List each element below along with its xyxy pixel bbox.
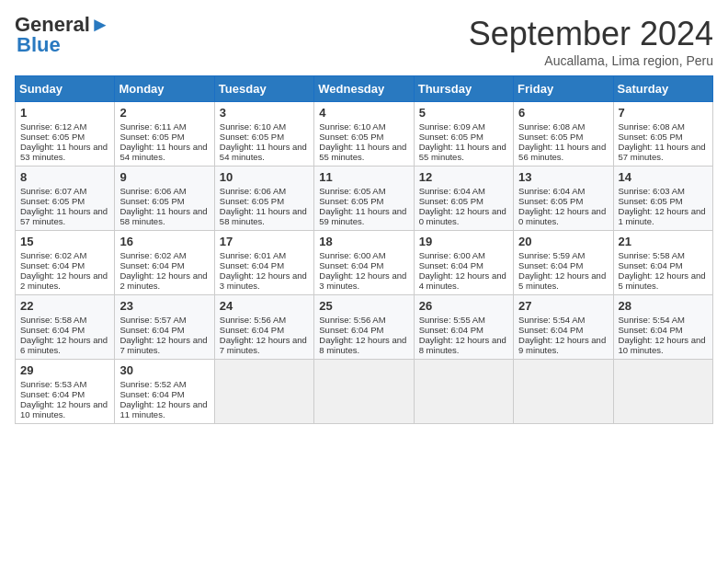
day-number: 21 <box>619 235 708 248</box>
day-number: 12 <box>419 170 508 184</box>
day-number: 7 <box>619 106 708 120</box>
sunrise-text: Sunrise: 6:09 AM <box>419 121 485 132</box>
logo-blue: Blue <box>17 35 110 55</box>
day-number: 11 <box>319 170 408 184</box>
daylight-text: Daylight: 11 hours and 56 minutes. <box>518 142 606 162</box>
day-number: 17 <box>220 235 309 248</box>
calendar-cell: 14 Sunrise: 6:03 AM Sunset: 6:05 PM Dayl… <box>613 167 712 231</box>
day-number: 18 <box>319 235 408 248</box>
calendar-cell: 23 Sunrise: 5:57 AM Sunset: 6:04 PM Dayl… <box>115 295 214 360</box>
day-number: 24 <box>220 299 309 313</box>
daylight-text: Daylight: 12 hours and 6 minutes. <box>20 335 108 355</box>
sunset-text: Sunset: 6:04 PM <box>419 260 483 270</box>
day-number: 1 <box>20 106 109 120</box>
sunset-text: Sunset: 6:04 PM <box>119 260 184 270</box>
sunset-text: Sunset: 6:05 PM <box>119 132 184 142</box>
sunset-text: Sunset: 6:05 PM <box>119 196 184 206</box>
calendar-cell <box>613 360 712 424</box>
daylight-text: Daylight: 12 hours and 5 minutes. <box>518 270 606 291</box>
calendar-header-row: SundayMondayTuesdayWednesdayThursdayFrid… <box>16 76 713 102</box>
calendar-cell <box>214 360 313 424</box>
day-number: 10 <box>220 170 309 184</box>
calendar-cell: 29 Sunrise: 5:53 AM Sunset: 6:04 PM Dayl… <box>16 360 115 424</box>
daylight-text: Daylight: 12 hours and 10 minutes. <box>20 399 108 419</box>
calendar-cell: 24 Sunrise: 5:56 AM Sunset: 6:04 PM Dayl… <box>214 295 313 360</box>
day-number: 3 <box>220 106 309 120</box>
calendar-cell: 13 Sunrise: 6:04 AM Sunset: 6:05 PM Dayl… <box>514 167 613 231</box>
calendar-week-2: 8 Sunrise: 6:07 AM Sunset: 6:05 PM Dayli… <box>16 167 713 231</box>
daylight-text: Daylight: 11 hours and 57 minutes. <box>20 206 108 226</box>
daylight-text: Daylight: 11 hours and 58 minutes. <box>119 206 207 226</box>
sunrise-text: Sunrise: 6:04 AM <box>518 186 585 196</box>
sunrise-text: Sunrise: 5:58 AM <box>20 315 86 325</box>
day-number: 14 <box>619 170 708 184</box>
calendar-cell: 11 Sunrise: 6:05 AM Sunset: 6:05 PM Dayl… <box>314 167 414 231</box>
page-header: General ► Blue September 2024 Aucallama,… <box>15 15 713 68</box>
calendar-cell: 10 Sunrise: 6:06 AM Sunset: 6:05 PM Dayl… <box>214 167 313 231</box>
day-number: 28 <box>619 299 708 313</box>
sunrise-text: Sunrise: 5:54 AM <box>518 315 585 325</box>
sunset-text: Sunset: 6:05 PM <box>220 132 284 142</box>
calendar-cell: 1 Sunrise: 6:12 AM Sunset: 6:05 PM Dayli… <box>16 102 115 167</box>
daylight-text: Daylight: 12 hours and 8 minutes. <box>419 335 506 355</box>
calendar-cell: 17 Sunrise: 6:01 AM Sunset: 6:04 PM Dayl… <box>214 231 313 295</box>
calendar-cell: 19 Sunrise: 6:00 AM Sunset: 6:04 PM Dayl… <box>414 231 513 295</box>
daylight-text: Daylight: 11 hours and 55 minutes. <box>319 142 406 162</box>
calendar-cell: 18 Sunrise: 6:00 AM Sunset: 6:04 PM Dayl… <box>314 231 414 295</box>
sunrise-text: Sunrise: 6:01 AM <box>220 250 286 260</box>
calendar-cell: 27 Sunrise: 5:54 AM Sunset: 6:04 PM Dayl… <box>514 295 613 360</box>
logo-general: General <box>15 15 90 35</box>
calendar-cell: 25 Sunrise: 5:56 AM Sunset: 6:04 PM Dayl… <box>314 295 414 360</box>
calendar-header-monday: Monday <box>115 76 214 102</box>
calendar-cell: 26 Sunrise: 5:55 AM Sunset: 6:04 PM Dayl… <box>414 295 513 360</box>
calendar-table: SundayMondayTuesdayWednesdayThursdayFrid… <box>15 75 713 424</box>
day-number: 16 <box>119 235 209 248</box>
daylight-text: Daylight: 12 hours and 3 minutes. <box>319 270 406 291</box>
calendar-cell: 15 Sunrise: 6:02 AM Sunset: 6:04 PM Dayl… <box>16 231 115 295</box>
calendar-week-4: 22 Sunrise: 5:58 AM Sunset: 6:04 PM Dayl… <box>16 295 713 360</box>
sunrise-text: Sunrise: 6:06 AM <box>119 186 186 196</box>
calendar-cell: 8 Sunrise: 6:07 AM Sunset: 6:05 PM Dayli… <box>16 167 115 231</box>
calendar-body: 1 Sunrise: 6:12 AM Sunset: 6:05 PM Dayli… <box>16 102 713 424</box>
calendar-cell <box>514 360 613 424</box>
sunrise-text: Sunrise: 6:11 AM <box>119 121 186 132</box>
day-number: 2 <box>119 106 209 120</box>
day-number: 19 <box>419 235 508 248</box>
daylight-text: Daylight: 12 hours and 0 minutes. <box>419 206 506 226</box>
daylight-text: Daylight: 12 hours and 11 minutes. <box>119 399 207 419</box>
sunrise-text: Sunrise: 5:57 AM <box>119 315 186 325</box>
sunset-text: Sunset: 6:05 PM <box>619 132 683 142</box>
calendar-week-1: 1 Sunrise: 6:12 AM Sunset: 6:05 PM Dayli… <box>16 102 713 167</box>
sunset-text: Sunset: 6:04 PM <box>220 260 284 270</box>
day-number: 22 <box>20 299 109 313</box>
day-number: 26 <box>419 299 508 313</box>
day-number: 30 <box>119 363 209 377</box>
sunset-text: Sunset: 6:04 PM <box>518 260 583 270</box>
title-area: September 2024 Aucallama, Lima region, P… <box>469 15 713 68</box>
calendar-cell: 28 Sunrise: 5:54 AM Sunset: 6:04 PM Dayl… <box>613 295 712 360</box>
sunrise-text: Sunrise: 6:03 AM <box>619 186 685 196</box>
daylight-text: Daylight: 11 hours and 55 minutes. <box>419 142 506 162</box>
daylight-text: Daylight: 11 hours and 57 minutes. <box>619 142 706 162</box>
daylight-text: Daylight: 12 hours and 5 minutes. <box>619 270 706 291</box>
sunset-text: Sunset: 6:04 PM <box>119 325 184 335</box>
sunrise-text: Sunrise: 5:52 AM <box>119 379 186 389</box>
day-number: 27 <box>518 299 608 313</box>
day-number: 25 <box>319 299 408 313</box>
calendar-cell: 4 Sunrise: 6:10 AM Sunset: 6:05 PM Dayli… <box>314 102 414 167</box>
daylight-text: Daylight: 11 hours and 54 minutes. <box>220 142 307 162</box>
sunset-text: Sunset: 6:05 PM <box>20 196 85 206</box>
sunrise-text: Sunrise: 5:55 AM <box>419 315 485 325</box>
calendar-cell: 2 Sunrise: 6:11 AM Sunset: 6:05 PM Dayli… <box>115 102 214 167</box>
sunrise-text: Sunrise: 5:58 AM <box>619 250 685 260</box>
sunrise-text: Sunrise: 6:04 AM <box>419 186 485 196</box>
day-number: 15 <box>20 235 109 248</box>
calendar-cell: 6 Sunrise: 6:08 AM Sunset: 6:05 PM Dayli… <box>514 102 613 167</box>
calendar-cell: 7 Sunrise: 6:08 AM Sunset: 6:05 PM Dayli… <box>613 102 712 167</box>
daylight-text: Daylight: 12 hours and 0 minutes. <box>518 206 606 226</box>
day-number: 4 <box>319 106 408 120</box>
calendar-cell: 22 Sunrise: 5:58 AM Sunset: 6:04 PM Dayl… <box>16 295 115 360</box>
daylight-text: Daylight: 11 hours and 58 minutes. <box>220 206 307 226</box>
day-number: 29 <box>20 363 109 377</box>
sunrise-text: Sunrise: 6:10 AM <box>220 121 286 132</box>
